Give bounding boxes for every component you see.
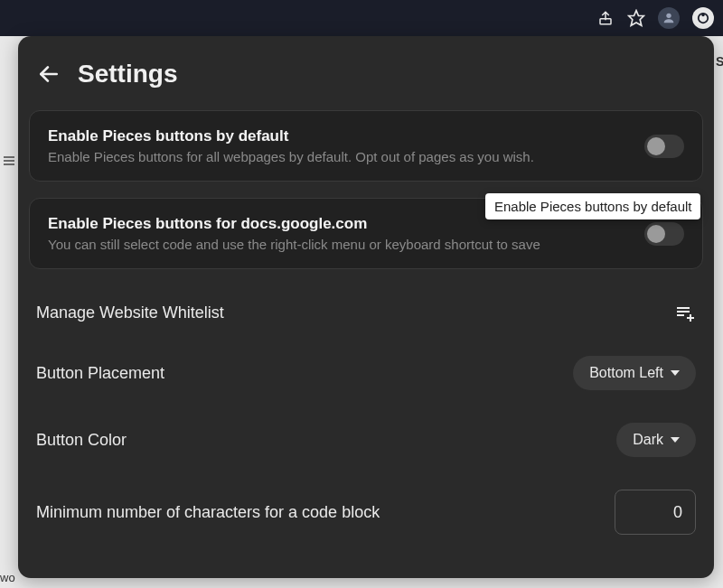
svg-point-2 [666,14,671,18]
button-color-select[interactable]: Dark [616,423,696,457]
share-icon[interactable] [596,9,615,27]
settings-panel: Settings Enable Pieces buttons by defaul… [18,36,714,578]
chevron-down-icon [671,370,680,376]
playlist-add-icon[interactable] [674,302,696,323]
whitelist-label: Manage Website Whitelist [36,303,224,322]
button-placement-label: Button Placement [36,364,164,383]
toggle-subtitle: Enable Pieces buttons for all webpages b… [48,149,630,164]
toggle-switch-enable-site[interactable] [644,222,684,246]
star-icon[interactable] [627,9,645,27]
svg-marker-1 [629,11,644,26]
toggle-switch-enable-default[interactable] [644,135,684,158]
tooltip: Enable Pieces buttons by default [485,193,700,219]
panel-header: Settings [29,60,703,110]
button-color-label: Button Color [36,431,127,450]
profile-avatar-icon[interactable] [658,7,680,29]
min-chars-input[interactable] [615,490,696,535]
toggle-row-enable-default: Enable Pieces buttons by default Enable … [29,110,703,182]
button-color-row: Button Color Dark [29,406,703,473]
extension-icon[interactable] [692,7,714,29]
min-chars-label: Minimum number of characters for a code … [36,503,380,522]
back-button[interactable] [36,61,61,87]
button-placement-value: Bottom Left [589,365,663,381]
min-chars-row: Minimum number of characters for a code … [29,473,703,551]
button-placement-row: Button Placement Bottom Left [29,340,703,406]
chevron-down-icon [671,437,680,443]
whitelist-row[interactable]: Manage Website Whitelist [29,285,703,340]
toggle-title: Enable Pieces buttons by default [48,127,630,145]
button-placement-select[interactable]: Bottom Left [573,356,696,390]
toggle-subtitle: You can still select code and use the ri… [48,237,630,252]
page-title: Settings [78,60,177,89]
browser-top-bar [0,0,723,36]
button-color-value: Dark [633,432,663,448]
svg-point-4 [701,14,705,17]
